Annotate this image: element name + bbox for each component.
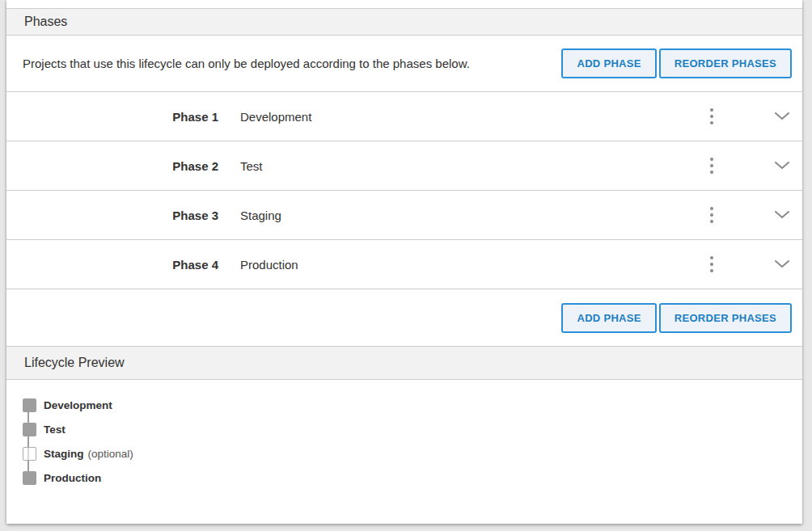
phase-name: Development <box>240 110 311 124</box>
preview-item-label: Production <box>44 472 101 484</box>
phase-square-icon <box>23 423 36 436</box>
chevron-down-icon[interactable] <box>772 255 792 274</box>
phases-toolbar-bottom-row: ADD PHASE REORDER PHASES <box>6 289 802 346</box>
phases-section-header: Phases <box>6 8 802 36</box>
phase-label: Phase 2 <box>6 159 218 173</box>
phase-row-1: Phase 1 Development <box>6 92 802 141</box>
lifecycle-preview-header: Lifecycle Preview <box>6 346 802 380</box>
lifecycle-settings-card: Phases Projects that use this lifecycle … <box>6 0 802 524</box>
preview-item-label: Test <box>44 424 66 436</box>
overflow-menu-icon[interactable] <box>702 255 721 274</box>
reorder-phases-button[interactable]: REORDER PHASES <box>659 48 792 78</box>
lifecycle-preview: Development Test Staging (optional) Prod… <box>6 380 802 490</box>
card-top-spacer <box>6 0 802 8</box>
phase-row-2: Phase 2 Test <box>6 141 802 191</box>
phases-description-row: Projects that use this lifecycle can onl… <box>6 36 802 92</box>
phase-label: Phase 1 <box>6 110 218 124</box>
preview-item-label: Development <box>44 399 112 411</box>
optional-tag: (optional) <box>88 448 133 460</box>
chevron-down-icon[interactable] <box>772 156 792 175</box>
phase-square-optional-icon <box>23 447 36 461</box>
phase-label: Phase 3 <box>6 209 218 222</box>
overflow-menu-icon[interactable] <box>702 156 721 175</box>
phases-section-title: Phases <box>24 15 67 29</box>
preview-item-development: Development <box>23 393 802 417</box>
phase-square-icon <box>23 398 36 412</box>
add-phase-button-bottom[interactable]: ADD PHASE <box>561 303 656 333</box>
phase-name: Test <box>240 159 263 173</box>
preview-item-production: Production <box>23 466 802 490</box>
phase-name: Production <box>240 258 298 272</box>
add-phase-button[interactable]: ADD PHASE <box>561 48 656 78</box>
preview-item-test: Test <box>23 417 802 441</box>
phases-toolbar-top: ADD PHASE REORDER PHASES <box>561 48 792 78</box>
chevron-down-icon[interactable] <box>772 205 792 225</box>
phases-description: Projects that use this lifecycle can onl… <box>23 57 561 70</box>
preview-item-label: Staging <box>44 448 84 460</box>
overflow-menu-icon[interactable] <box>702 107 721 126</box>
phase-square-icon <box>23 471 36 485</box>
phase-name: Staging <box>240 209 281 222</box>
preview-item-staging: Staging (optional) <box>23 441 802 466</box>
overflow-menu-icon[interactable] <box>702 205 721 225</box>
phase-row-3: Phase 3 Staging <box>6 191 802 240</box>
reorder-phases-button-bottom[interactable]: REORDER PHASES <box>659 303 792 333</box>
phase-label: Phase 4 <box>6 258 218 272</box>
chevron-down-icon[interactable] <box>772 107 792 126</box>
phase-row-4: Phase 4 Production <box>6 240 802 289</box>
lifecycle-preview-title: Lifecycle Preview <box>24 356 125 370</box>
phases-toolbar-bottom: ADD PHASE REORDER PHASES <box>561 303 792 333</box>
